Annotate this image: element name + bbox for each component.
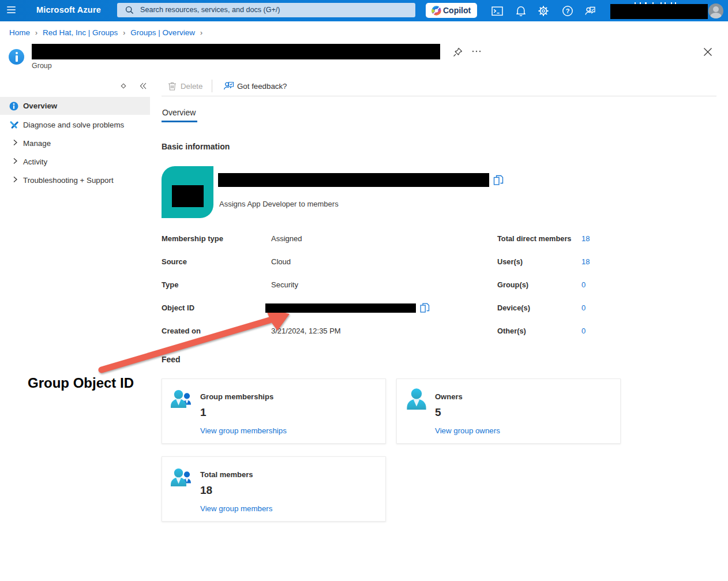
- svg-text:?: ?: [566, 8, 570, 14]
